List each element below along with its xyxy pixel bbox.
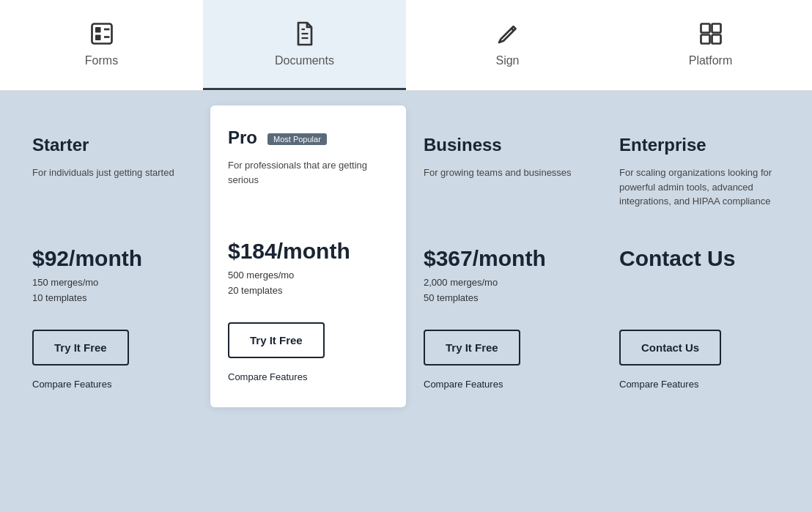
plan-pro-merges: 500 merges/mo 20 templates [228, 268, 388, 305]
plan-business-description: For growing teams and businesses [424, 166, 584, 224]
documents-icon [292, 21, 318, 47]
plan-business: Business For growing teams and businesse… [406, 113, 602, 407]
plan-business-price: $367/month [424, 246, 584, 271]
plan-starter: Starter For individuals just getting sta… [15, 113, 210, 407]
plan-enterprise-contact-button[interactable]: Contact Us [619, 330, 721, 366]
plan-enterprise-name-row: Enterprise [619, 135, 780, 158]
plan-starter-name: Starter [32, 135, 89, 155]
tab-documents-label: Documents [275, 54, 334, 67]
plan-starter-price: $92/month [32, 246, 193, 271]
plan-business-merges: 2,000 merges/mo 50 templates [424, 275, 584, 312]
plan-enterprise-name: Enterprise [619, 135, 706, 155]
svg-rect-11 [701, 35, 709, 44]
svg-rect-0 [92, 24, 111, 44]
plan-pro-try-button[interactable]: Try It Free [228, 322, 325, 358]
plan-starter-name-row: Starter [32, 135, 193, 158]
svg-rect-12 [712, 35, 720, 44]
tab-sign-label: Sign [495, 54, 519, 67]
plan-enterprise-price: Contact Us [619, 246, 780, 271]
plan-pro-name: Pro [228, 127, 257, 148]
plan-starter-try-button[interactable]: Try It Free [32, 330, 129, 366]
sign-icon [495, 21, 521, 47]
plan-starter-compare-link[interactable]: Compare Features [32, 379, 193, 390]
plan-pro-compare-link[interactable]: Compare Features [228, 371, 388, 382]
tab-platform-label: Platform [689, 54, 733, 67]
plan-enterprise: Enterprise For scaling organizations loo… [602, 113, 797, 407]
plan-pro-name-row: Pro Most Popular [228, 127, 388, 151]
plan-pro-price: $184/month [228, 239, 388, 264]
plan-enterprise-compare-link[interactable]: Compare Features [619, 379, 780, 390]
forms-icon [89, 21, 115, 47]
plan-business-compare-link[interactable]: Compare Features [424, 379, 584, 390]
platform-icon [698, 21, 724, 47]
plan-pro-badge: Most Popular [267, 133, 327, 145]
plan-pro-description: For professionals that are getting serio… [228, 158, 388, 217]
plan-enterprise-merges [619, 275, 780, 312]
svg-line-8 [511, 29, 513, 31]
tab-platform[interactable]: Platform [609, 0, 812, 90]
tab-bar: Forms Documents Sign [0, 0, 812, 91]
pricing-section: Starter For individuals just getting sta… [0, 91, 812, 437]
tab-sign[interactable]: Sign [406, 0, 609, 90]
svg-rect-2 [95, 35, 101, 41]
tab-forms-label: Forms [85, 54, 118, 67]
plan-pro: Pro Most Popular For professionals that … [210, 105, 406, 407]
plan-starter-description: For individuals just getting started [32, 166, 193, 224]
plan-business-name-row: Business [424, 135, 584, 158]
plan-business-try-button[interactable]: Try It Free [424, 330, 520, 366]
tab-forms[interactable]: Forms [0, 0, 203, 90]
tab-documents[interactable]: Documents [203, 0, 406, 90]
plan-starter-merges: 150 merges/mo 10 templates [32, 275, 193, 312]
plan-business-name: Business [424, 135, 502, 155]
svg-rect-1 [95, 27, 101, 33]
svg-rect-10 [712, 24, 720, 33]
plan-enterprise-description: For scaling organizations looking for po… [619, 166, 780, 224]
svg-rect-9 [701, 24, 709, 33]
